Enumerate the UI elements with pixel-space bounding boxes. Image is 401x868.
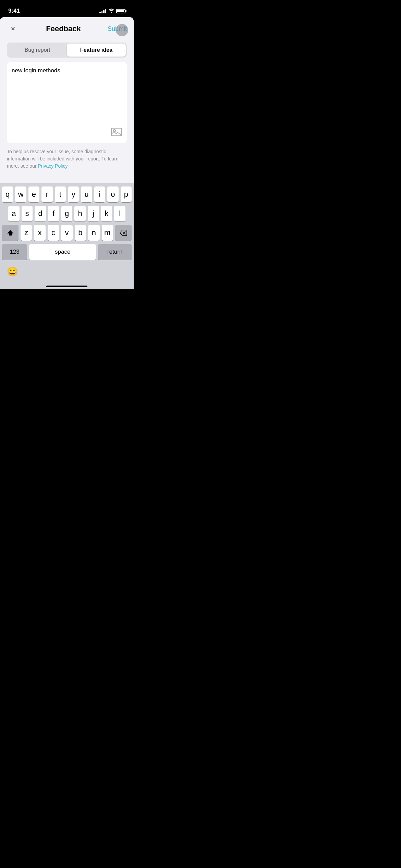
info-text: To help us resolve your issue, some diag… xyxy=(7,148,127,170)
space-key[interactable]: space xyxy=(29,244,96,260)
numbers-key[interactable]: 123 xyxy=(2,244,27,260)
key-n[interactable]: n xyxy=(88,225,99,241)
key-o[interactable]: o xyxy=(107,186,118,202)
battery-icon xyxy=(116,9,125,13)
status-icons xyxy=(99,8,125,14)
feedback-sheet: × Feedback Submit Bug report Feature ide… xyxy=(0,17,134,289)
home-bar-area xyxy=(2,279,132,289)
key-r[interactable]: r xyxy=(41,186,52,202)
key-x[interactable]: x xyxy=(34,225,45,241)
keyboard-row-1: q w e r t y u i o p xyxy=(2,186,132,202)
status-time: 9:41 xyxy=(8,8,20,14)
return-key[interactable]: return xyxy=(98,244,132,260)
segment-feature-idea[interactable]: Feature idea xyxy=(67,44,126,57)
key-d[interactable]: d xyxy=(35,206,46,221)
key-i[interactable]: i xyxy=(94,186,105,202)
keyboard-row-3: z x c v b n m xyxy=(2,225,132,241)
key-q[interactable]: q xyxy=(2,186,13,202)
svg-point-1 xyxy=(113,130,116,132)
key-j[interactable]: j xyxy=(88,206,99,221)
key-t[interactable]: t xyxy=(55,186,66,202)
key-g[interactable]: g xyxy=(61,206,73,221)
privacy-policy-link[interactable]: Privacy Policy xyxy=(38,163,68,169)
submit-overlay xyxy=(116,24,128,36)
status-bar: 9:41 xyxy=(0,0,134,17)
key-a[interactable]: a xyxy=(8,206,20,221)
key-c[interactable]: c xyxy=(48,225,59,241)
feedback-text[interactable]: new login methods xyxy=(12,67,122,128)
signal-icon xyxy=(99,9,106,13)
key-v[interactable]: v xyxy=(61,225,72,241)
key-e[interactable]: e xyxy=(28,186,39,202)
attach-image-icon[interactable] xyxy=(111,127,122,139)
key-p[interactable]: p xyxy=(121,186,132,202)
key-s[interactable]: s xyxy=(22,206,33,221)
key-m[interactable]: m xyxy=(102,225,113,241)
nav-bar: × Feedback Submit xyxy=(0,17,134,38)
keyboard-extras: 😀 xyxy=(2,261,132,279)
feedback-textarea-wrap[interactable]: new login methods xyxy=(7,62,127,143)
key-y[interactable]: y xyxy=(68,186,79,202)
key-w[interactable]: w xyxy=(15,186,26,202)
key-k[interactable]: k xyxy=(101,206,112,221)
keyboard-row-2: a s d f g h j k l xyxy=(2,206,132,221)
page-title: Feedback xyxy=(46,24,81,33)
delete-key[interactable] xyxy=(115,225,132,241)
key-b[interactable]: b xyxy=(75,225,86,241)
key-l[interactable]: l xyxy=(114,206,125,221)
key-z[interactable]: z xyxy=(21,225,32,241)
keyboard-bottom-row: 123 space return xyxy=(2,244,132,261)
keyboard: q w e r t y u i o p a s d f g h j k l xyxy=(0,183,134,289)
wifi-icon xyxy=(108,8,114,14)
submit-button[interactable]: Submit xyxy=(108,25,127,33)
key-u[interactable]: u xyxy=(81,186,92,202)
close-button[interactable]: × xyxy=(7,23,19,35)
key-f[interactable]: f xyxy=(48,206,59,221)
segment-bug-report[interactable]: Bug report xyxy=(8,44,67,57)
emoji-button[interactable]: 😀 xyxy=(7,266,18,277)
shift-key[interactable] xyxy=(2,225,19,241)
segment-control: Bug report Feature idea xyxy=(7,43,127,58)
home-indicator xyxy=(46,286,87,287)
key-h[interactable]: h xyxy=(74,206,86,221)
